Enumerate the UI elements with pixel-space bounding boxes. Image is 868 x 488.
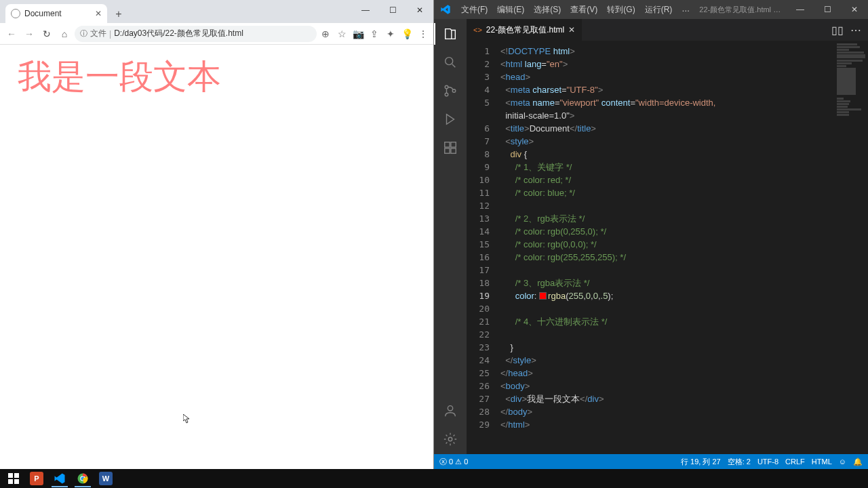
settings-gear-icon[interactable] bbox=[442, 431, 458, 447]
svg-point-0 bbox=[446, 58, 453, 65]
activity-bar bbox=[434, 19, 467, 454]
tab-close-icon[interactable]: ✕ bbox=[95, 9, 102, 18]
taskbar-word-icon[interactable]: W bbox=[95, 470, 117, 487]
menu-run[interactable]: 运行(R) bbox=[641, 4, 677, 16]
minimap[interactable] bbox=[834, 41, 868, 454]
screenshot-icon[interactable]: 📷 bbox=[352, 28, 364, 40]
menu-overflow[interactable]: … bbox=[677, 4, 694, 16]
editor-tab-close-icon[interactable]: ✕ bbox=[568, 25, 575, 35]
url-path: D:/day03代码/22-颜色常见取值.html bbox=[114, 28, 243, 39]
svg-point-1 bbox=[445, 85, 448, 89]
editor-tab-name: 22-颜色常见取值.html bbox=[486, 24, 564, 36]
menu-edit[interactable]: 编辑(E) bbox=[493, 4, 528, 16]
status-line-col[interactable]: 行 19, 列 27 bbox=[681, 457, 721, 467]
vscode-status-bar: ⓧ0 ⚠0 行 19, 列 27 空格: 2 UTF-8 CRLF HTML ☺… bbox=[434, 454, 868, 469]
svg-point-3 bbox=[452, 89, 456, 93]
warning-icon: ⚠ bbox=[455, 458, 462, 466]
vscode-window: 文件(F) 编辑(E) 选择(S) 查看(V) 转到(G) 运行(R) … 22… bbox=[434, 0, 868, 469]
site-info-icon[interactable]: ⓘ bbox=[80, 28, 87, 39]
browser-minimize-button[interactable]: — bbox=[352, 0, 379, 20]
vscode-logo-icon bbox=[434, 4, 457, 15]
svg-rect-10 bbox=[8, 473, 13, 478]
svg-rect-13 bbox=[14, 479, 19, 484]
browser-menu-icon[interactable]: ⋮ bbox=[417, 28, 429, 40]
menu-view[interactable]: 查看(V) bbox=[566, 4, 601, 16]
vscode-window-title: 22-颜色常见取值.html - day03代码 - Visu... bbox=[694, 5, 787, 15]
browser-titlebar: Document ✕ + — ☐ ✕ bbox=[0, 0, 433, 23]
editor-tabs: <> 22-颜色常见取值.html ✕ ▯▯ ⋯ bbox=[467, 19, 868, 41]
status-problems[interactable]: ⓧ0 ⚠0 bbox=[439, 457, 468, 467]
code-editor[interactable]: 1234567891011121314151617181920212223242… bbox=[467, 41, 868, 454]
menu-file[interactable]: 文件(F) bbox=[457, 4, 492, 16]
status-eol[interactable]: CRLF bbox=[785, 458, 805, 466]
tab-title: Document bbox=[24, 9, 95, 18]
mouse-cursor-icon bbox=[183, 414, 190, 424]
error-icon: ⓧ bbox=[439, 457, 447, 467]
html-file-icon: <> bbox=[473, 26, 482, 34]
status-bell-icon[interactable]: 🔔 bbox=[853, 458, 863, 466]
tips-icon[interactable]: 💡 bbox=[401, 28, 413, 40]
status-language[interactable]: HTML bbox=[812, 458, 832, 466]
vscode-close-button[interactable]: ✕ bbox=[841, 0, 868, 19]
status-feedback-icon[interactable]: ☺ bbox=[839, 458, 846, 466]
status-indent[interactable]: 空格: 2 bbox=[728, 457, 751, 467]
line-number-gutter: 1234567891011121314151617181920212223242… bbox=[467, 41, 500, 454]
url-separator: | bbox=[109, 29, 111, 39]
taskbar-powerpoint-icon[interactable]: P bbox=[26, 470, 47, 487]
svg-text:W: W bbox=[102, 474, 110, 483]
zoom-icon[interactable]: ⊕ bbox=[319, 28, 332, 40]
editor-tab[interactable]: <> 22-颜色常见取值.html ✕ bbox=[467, 19, 583, 41]
explorer-icon[interactable] bbox=[442, 26, 458, 42]
taskbar-vscode-icon[interactable] bbox=[49, 470, 71, 487]
windows-taskbar: P W bbox=[0, 469, 868, 488]
svg-rect-6 bbox=[445, 148, 450, 153]
bookmark-star-icon[interactable]: ☆ bbox=[336, 28, 348, 40]
account-icon[interactable] bbox=[442, 403, 458, 419]
browser-address-bar: ← → ↻ ⌂ ⓘ 文件 | D:/day03代码/22-颜色常见取值.html… bbox=[0, 23, 433, 45]
url-input[interactable]: ⓘ 文件 | D:/day03代码/22-颜色常见取值.html bbox=[75, 26, 317, 42]
back-button[interactable]: ← bbox=[4, 26, 19, 41]
svg-rect-4 bbox=[445, 142, 450, 147]
browser-tab[interactable]: Document ✕ bbox=[5, 4, 107, 23]
browser-maximize-button[interactable]: ☐ bbox=[379, 0, 406, 20]
svg-rect-5 bbox=[451, 142, 456, 147]
extensions-panel-icon[interactable] bbox=[442, 140, 458, 156]
editor-group: <> 22-颜色常见取值.html ✕ ▯▯ ⋯ 123456789101112… bbox=[467, 19, 868, 454]
editor-more-icon[interactable]: ⋯ bbox=[850, 24, 861, 37]
status-encoding[interactable]: UTF-8 bbox=[757, 458, 778, 466]
reload-button[interactable]: ↻ bbox=[39, 26, 54, 41]
svg-rect-11 bbox=[14, 473, 19, 478]
vscode-minimize-button[interactable]: — bbox=[787, 0, 814, 19]
svg-point-2 bbox=[445, 93, 448, 96]
menu-go[interactable]: 转到(G) bbox=[603, 4, 639, 16]
new-tab-button[interactable]: + bbox=[110, 5, 127, 23]
run-debug-icon[interactable] bbox=[442, 111, 458, 127]
svg-rect-7 bbox=[451, 148, 456, 153]
browser-close-button[interactable]: ✕ bbox=[406, 0, 433, 20]
browser-window: Document ✕ + — ☐ ✕ ← → ↻ ⌂ ⓘ 文件 | D:/day… bbox=[0, 0, 434, 469]
vscode-maximize-button[interactable]: ☐ bbox=[814, 0, 841, 19]
share-icon[interactable]: ⇪ bbox=[368, 28, 380, 40]
menu-selection[interactable]: 选择(S) bbox=[530, 4, 565, 16]
start-button[interactable] bbox=[3, 470, 24, 487]
extensions-icon[interactable]: ✦ bbox=[384, 28, 397, 40]
search-icon[interactable] bbox=[442, 54, 458, 70]
forward-button[interactable]: → bbox=[22, 26, 37, 41]
svg-point-8 bbox=[448, 406, 452, 411]
home-button[interactable]: ⌂ bbox=[57, 26, 72, 41]
page-favicon bbox=[11, 9, 20, 18]
page-text-content: 我是一段文本 bbox=[18, 54, 416, 100]
taskbar-chrome-icon[interactable] bbox=[72, 470, 94, 487]
url-scheme: 文件 bbox=[90, 28, 106, 39]
svg-point-9 bbox=[448, 437, 452, 441]
split-editor-icon[interactable]: ▯▯ bbox=[831, 24, 844, 37]
svg-text:P: P bbox=[34, 474, 39, 483]
vscode-menubar: 文件(F) 编辑(E) 选择(S) 查看(V) 转到(G) 运行(R) … bbox=[457, 4, 694, 16]
source-control-icon[interactable] bbox=[442, 83, 458, 99]
vscode-titlebar: 文件(F) 编辑(E) 选择(S) 查看(V) 转到(G) 运行(R) … 22… bbox=[434, 0, 868, 19]
browser-viewport: 我是一段文本 bbox=[0, 45, 433, 469]
svg-rect-12 bbox=[8, 479, 13, 484]
code-content[interactable]: <!DOCTYPE html><html lang="en"><head> <m… bbox=[500, 41, 868, 454]
